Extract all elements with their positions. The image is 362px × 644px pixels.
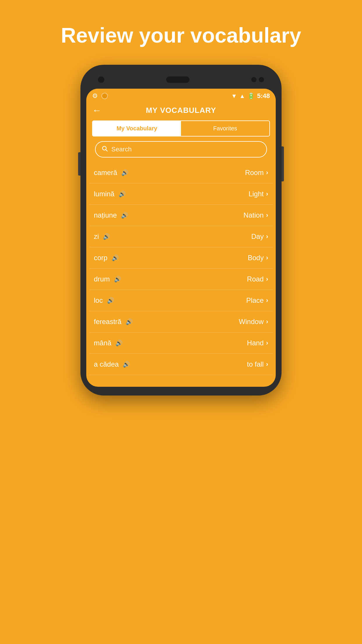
vocab-word-0: cameră bbox=[94, 169, 117, 177]
time-display: 5:48 bbox=[257, 92, 270, 100]
camera-right-group bbox=[251, 77, 264, 82]
chevron-9: › bbox=[266, 360, 268, 368]
vocab-right-7: Window › bbox=[239, 318, 268, 326]
vocab-translation-6: Place bbox=[246, 296, 264, 304]
chevron-2: › bbox=[266, 211, 268, 219]
status-right: ▼ ▲ 🔋 5:48 bbox=[231, 92, 270, 100]
camera-left bbox=[98, 76, 104, 83]
phone-side-button-right bbox=[282, 146, 284, 181]
signal-icon: ▲ bbox=[239, 93, 245, 99]
search-icon bbox=[101, 145, 108, 153]
vocab-right-4: Body › bbox=[248, 254, 268, 262]
speaker-icon-8[interactable]: 🔊 bbox=[115, 340, 123, 346]
vocab-left-7: fereastră 🔊 bbox=[94, 318, 133, 326]
vocab-translation-2: Nation bbox=[243, 211, 263, 219]
vocab-word-2: națiune bbox=[94, 211, 117, 219]
chevron-3: › bbox=[266, 233, 268, 240]
vocab-word-9: a cădea bbox=[94, 360, 119, 368]
speaker-icon-6[interactable]: 🔊 bbox=[107, 297, 114, 304]
vocab-translation-3: Day bbox=[251, 232, 264, 241]
vocab-right-3: Day › bbox=[251, 232, 268, 241]
vocab-translation-8: Hand bbox=[247, 339, 263, 347]
speaker-grille bbox=[166, 76, 189, 83]
vocab-item-1[interactable]: lumină 🔊 Light › bbox=[89, 183, 273, 205]
vocab-right-6: Place › bbox=[246, 296, 268, 304]
speaker-icon-5[interactable]: 🔊 bbox=[114, 276, 121, 283]
chevron-5: › bbox=[266, 275, 268, 283]
vocab-word-4: corp bbox=[94, 254, 108, 262]
vocab-word-3: zi bbox=[94, 232, 99, 241]
svg-line-1 bbox=[106, 150, 107, 151]
speaker-icon-2[interactable]: 🔊 bbox=[121, 212, 128, 219]
vocab-word-8: mână bbox=[94, 339, 111, 347]
battery-icon: 🔋 bbox=[247, 92, 255, 99]
circle-indicator bbox=[101, 93, 108, 99]
search-bar[interactable]: Search bbox=[95, 141, 267, 158]
chevron-8: › bbox=[266, 339, 268, 347]
tab-favorites[interactable]: Favorites bbox=[181, 121, 269, 136]
tabs-container: My Vocabulary Favorites bbox=[92, 120, 270, 136]
vocab-left-3: zi 🔊 bbox=[94, 232, 110, 241]
vocab-left-9: a cădea 🔊 bbox=[94, 360, 130, 368]
vocab-item-3[interactable]: zi 🔊 Day › bbox=[89, 226, 273, 247]
phone-screen: ⚙ ▼ ▲ 🔋 5:48 ← MY VOCABULARY My Vocabula… bbox=[86, 89, 276, 387]
camera-dot-1 bbox=[251, 77, 256, 82]
phone-container: ⚙ ▼ ▲ 🔋 5:48 ← MY VOCABULARY My Vocabula… bbox=[80, 65, 282, 396]
search-placeholder: Search bbox=[111, 146, 132, 153]
vocab-word-6: loc bbox=[94, 296, 103, 304]
speaker-icon-3[interactable]: 🔊 bbox=[103, 233, 110, 240]
phone-bottom-space bbox=[86, 375, 276, 387]
tab-my-vocabulary[interactable]: My Vocabulary bbox=[93, 121, 181, 136]
vocab-item-5[interactable]: drum 🔊 Road › bbox=[89, 269, 273, 290]
vocab-translation-7: Window bbox=[239, 318, 263, 326]
settings-icon: ⚙ bbox=[92, 92, 98, 100]
vocab-item-7[interactable]: fereastră 🔊 Window › bbox=[89, 311, 273, 332]
vocab-translation-9: to fall bbox=[247, 360, 263, 368]
vocab-left-5: drum 🔊 bbox=[94, 275, 121, 283]
chevron-7: › bbox=[266, 318, 268, 326]
status-left: ⚙ bbox=[92, 92, 108, 100]
vocab-right-5: Road › bbox=[247, 275, 268, 283]
chevron-6: › bbox=[266, 297, 268, 304]
vocab-item-4[interactable]: corp 🔊 Body › bbox=[89, 247, 273, 269]
chevron-0: › bbox=[266, 169, 268, 176]
speaker-icon-9[interactable]: 🔊 bbox=[123, 361, 130, 368]
vocab-translation-1: Light bbox=[249, 190, 264, 198]
vocab-left-6: loc 🔊 bbox=[94, 296, 114, 304]
vocab-item-0[interactable]: cameră 🔊 Room › bbox=[89, 162, 273, 183]
chevron-4: › bbox=[266, 254, 268, 262]
speaker-icon-4[interactable]: 🔊 bbox=[112, 254, 119, 261]
camera-dot-2 bbox=[259, 77, 264, 82]
vocab-word-1: lumină bbox=[94, 190, 115, 198]
vocab-word-5: drum bbox=[94, 275, 110, 283]
phone-top-bar bbox=[86, 74, 276, 89]
vocab-left-0: cameră 🔊 bbox=[94, 169, 129, 177]
back-button[interactable]: ← bbox=[92, 105, 101, 116]
app-title: MY VOCABULARY bbox=[146, 106, 216, 115]
status-bar: ⚙ ▼ ▲ 🔋 5:48 bbox=[86, 89, 276, 102]
vocab-list: cameră 🔊 Room › lumină 🔊 Light › bbox=[86, 162, 276, 375]
vocab-right-9: to fall › bbox=[247, 360, 268, 368]
vocab-right-2: Nation › bbox=[243, 211, 268, 219]
vocab-right-1: Light › bbox=[249, 190, 268, 198]
vocab-left-4: corp 🔊 bbox=[94, 254, 119, 262]
vocab-left-8: mână 🔊 bbox=[94, 339, 123, 347]
speaker-icon-7[interactable]: 🔊 bbox=[126, 318, 133, 325]
vocab-translation-0: Room bbox=[245, 169, 264, 177]
wifi-icon: ▼ bbox=[231, 93, 237, 99]
vocab-translation-5: Road bbox=[247, 275, 263, 283]
vocab-item-8[interactable]: mână 🔊 Hand › bbox=[89, 332, 273, 354]
vocab-item-2[interactable]: națiune 🔊 Nation › bbox=[89, 205, 273, 226]
page-background-title: Review your vocabulary bbox=[0, 23, 362, 47]
chevron-1: › bbox=[266, 190, 268, 198]
vocab-right-8: Hand › bbox=[247, 339, 268, 347]
speaker-icon-0[interactable]: 🔊 bbox=[121, 169, 129, 176]
vocab-translation-4: Body bbox=[248, 254, 264, 262]
vocab-item-9[interactable]: a cădea 🔊 to fall › bbox=[89, 354, 273, 375]
vocab-right-0: Room › bbox=[245, 169, 268, 177]
vocab-left-1: lumină 🔊 bbox=[94, 190, 126, 198]
speaker-icon-1[interactable]: 🔊 bbox=[119, 190, 126, 197]
vocab-item-6[interactable]: loc 🔊 Place › bbox=[89, 290, 273, 311]
app-header: ← MY VOCABULARY bbox=[86, 102, 276, 120]
vocab-left-2: națiune 🔊 bbox=[94, 211, 128, 219]
